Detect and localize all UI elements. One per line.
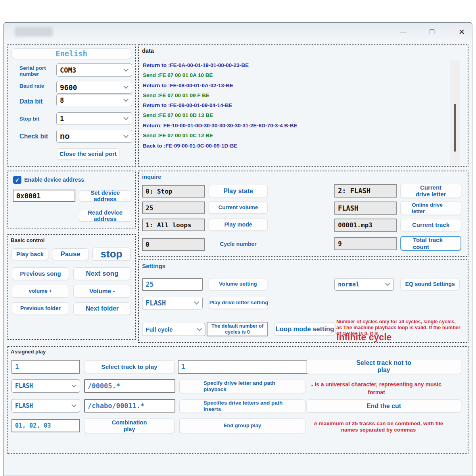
close-serial-port-button[interactable]: Close the serial port <box>57 148 119 160</box>
stop-button[interactable]: stop <box>92 248 131 261</box>
total-track-field: 9 <box>334 237 397 250</box>
loop-mode-setting-button[interactable]: Loop mode setting <box>274 322 336 336</box>
next-song-button[interactable]: Next song <box>73 267 131 280</box>
chevron-down-icon <box>123 67 129 72</box>
data-bit-select[interactable]: 8 <box>56 94 132 106</box>
stop-bit-value: 1 <box>60 115 64 123</box>
stop-bit-select[interactable]: 1 <box>56 112 132 125</box>
data-bit-label: Data bit <box>19 98 43 105</box>
select-track-not-to-play-button[interactable]: Select track not to play <box>306 359 461 374</box>
data-log-title: data <box>142 48 154 54</box>
inquire-panel: inquire 0: Stop Play state 25 Current vo… <box>138 171 468 257</box>
minimize-icon[interactable]: — <box>397 26 409 37</box>
play-mode-field: 1: All loops <box>142 219 205 231</box>
maximize-icon[interactable]: □ <box>426 26 438 37</box>
assigned-play-panel: Assigned play 1 Select track to play 1 S… <box>7 346 468 454</box>
log-line: Return: FE-10-00-01-0D-30-30-30-30-30-31… <box>143 123 297 129</box>
data-log-panel: data Return to :FE-0A-00-01-19-01-00-00-… <box>138 44 468 167</box>
serial-port-select[interactable]: COM3 <box>56 63 132 77</box>
volume-setting-button[interactable]: Volume setting <box>209 278 267 290</box>
loop-mode-select-value: Full cycle <box>146 326 173 333</box>
log-line: Send :FE 07 00 01 09 F BE <box>143 92 209 98</box>
specify-drive-select-2-value: FLASH <box>15 402 33 409</box>
chevron-down-icon <box>194 299 199 305</box>
close-icon[interactable]: ✕ <box>456 26 467 37</box>
settings-title: Settings <box>142 263 165 269</box>
previous-folder-button[interactable]: Previous folder <box>12 302 69 315</box>
wildcard-note: * Is a universal character, representing… <box>309 381 444 395</box>
combination-tracks-input[interactable]: 01, 02, 03 <box>12 419 80 432</box>
data-bit-value: 8 <box>60 96 64 104</box>
wildcard-note-text: Is a universal character, representing a… <box>315 381 441 395</box>
eq-select-value: normal <box>338 281 359 288</box>
play-mode-button[interactable]: Play mode <box>209 219 268 231</box>
total-track-count-button[interactable]: Total track count <box>400 236 461 251</box>
log-line: Back to :FE-09-00-01-0C-00-09-1D-BE <box>143 143 238 149</box>
select-track-not-to-play-label: Select track not to play <box>352 359 416 374</box>
volume-up-button[interactable]: volume + <box>12 285 69 298</box>
current-drive-button[interactable]: Current drive letter <box>400 184 461 198</box>
stop-bit-label: Stop bit <box>19 116 39 122</box>
chevron-down-icon <box>385 281 390 286</box>
total-track-count-button-label: Total track count <box>413 236 448 250</box>
check-bit-select[interactable]: no <box>56 130 132 143</box>
scrollbar-thumb[interactable] <box>454 104 456 152</box>
specify-drive-path-inserts-button[interactable]: Specifies drive letters and path inserts <box>179 399 305 413</box>
chevron-down-icon <box>123 133 129 138</box>
eq-sound-settings-button[interactable]: EQ sound Settings <box>400 278 460 290</box>
volume-setting-input[interactable]: 25 <box>142 278 203 291</box>
scrollbar[interactable] <box>450 60 460 165</box>
specify-drive-select-2[interactable]: FLASH <box>12 399 80 413</box>
settings-panel: Settings 25 Volume setting normal EQ sou… <box>138 259 468 343</box>
specify-path-input-2[interactable]: /chabo/00011.* <box>84 399 175 413</box>
loop-mode-select[interactable]: Full cycle <box>142 323 205 336</box>
baud-rate-label: Baud rate <box>19 83 44 89</box>
current-track-field: 00001.mp3 <box>334 219 397 232</box>
check-bit-label: Check bit <box>19 133 48 140</box>
check-bit-value: no <box>60 132 69 141</box>
eq-select[interactable]: normal <box>334 278 394 291</box>
play-drive-letter-setting-button[interactable]: Play drive letter setting <box>209 297 269 309</box>
cycle-number-label: Cycle number <box>209 238 268 250</box>
baud-rate-select[interactable]: 9600 <box>56 81 132 94</box>
chevron-down-icon <box>71 402 77 407</box>
log-line: Return to :FE-0A-00-01-19-01-00-00-23-BE <box>143 62 249 68</box>
current-drive-field: 2: FLASH <box>334 184 397 198</box>
play-drive-select[interactable]: FLASH <box>142 297 203 309</box>
set-device-address-button[interactable]: Set device address <box>79 190 131 202</box>
app-window: — □ ✕ Enelish Serial port number COM3 Ba… <box>3 22 472 476</box>
current-track-button[interactable]: Current track <box>400 219 461 231</box>
pause-button[interactable]: Pause <box>52 248 89 260</box>
combination-play-button[interactable]: Combination play <box>84 418 175 433</box>
device-address-input[interactable]: 0x0001 <box>13 190 75 202</box>
enable-device-address-label: Enable device address <box>24 177 84 183</box>
specify-path-input-1[interactable]: /00005.* <box>84 379 175 393</box>
assigned-play-title: Assigned play <box>11 349 46 355</box>
log-line: Send :FE 07 00 01 0A 10 BE <box>143 72 213 78</box>
specify-drive-path-playback-button[interactable]: Specify drive letter and path playback <box>179 380 305 393</box>
volume-down-button[interactable]: Volume - <box>73 285 131 298</box>
serial-port-value: COM3 <box>60 66 76 74</box>
track-number-input[interactable]: 1 <box>12 360 80 374</box>
previous-song-button[interactable]: Previous song <box>12 267 69 280</box>
chevron-down-icon <box>71 382 77 388</box>
title-bar: — □ ✕ <box>4 23 472 42</box>
select-track-to-play-button[interactable]: Select track to play <box>84 360 175 373</box>
enable-device-address-checkbox[interactable]: ✓ <box>13 176 21 184</box>
next-folder-button[interactable]: Next folder <box>73 302 131 315</box>
chevron-down-icon <box>197 326 202 331</box>
language-button[interactable]: Enelish <box>12 48 131 59</box>
combination-note: A maximum of 25 tracks can be combined, … <box>309 420 448 433</box>
end-the-cut-button[interactable]: End the cut <box>306 399 461 413</box>
skip-track-input[interactable]: 1 <box>178 360 310 374</box>
end-group-play-button[interactable]: End group play <box>179 418 305 433</box>
play-back-button[interactable]: Play back <box>12 248 48 260</box>
specify-drive-select-1[interactable]: FLASH <box>12 379 80 393</box>
online-drive-button[interactable]: Online drive letter <box>400 201 461 215</box>
play-state-button[interactable]: Play state <box>209 185 268 197</box>
serial-port-label: Serial port number <box>19 65 54 77</box>
current-volume-button[interactable]: Current volume <box>209 202 268 214</box>
online-drive-field: FLASH <box>334 202 397 215</box>
current-drive-button-label: Current drive letter <box>412 184 449 198</box>
read-device-address-button[interactable]: Read device address <box>79 210 131 222</box>
